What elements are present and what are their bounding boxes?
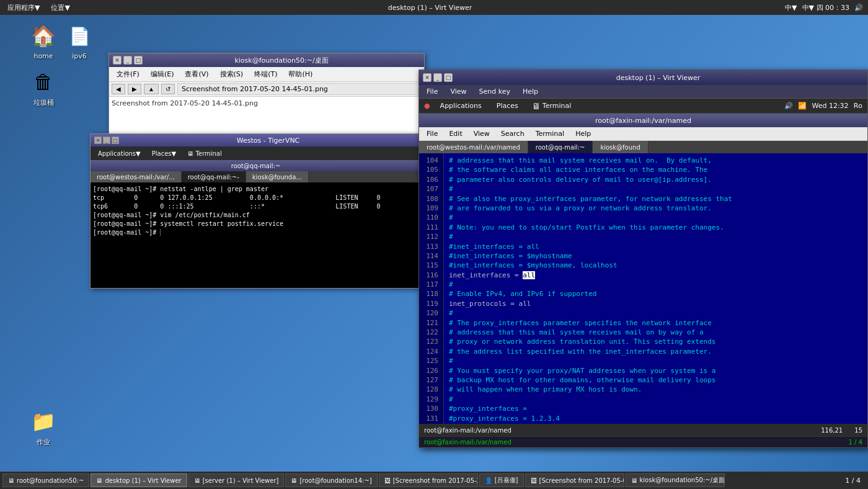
nested-tab-3[interactable]: kiosk@founda... [246, 171, 309, 182]
vnc-min-btn[interactable]: _ [103, 137, 110, 144]
terminal-icon: 🖥 [8, 477, 14, 484]
taskbar-item-desktop1[interactable]: 🖥 desktop (1) – Virt Viewer [91, 473, 187, 487]
fm-back-btn[interactable]: ◀ [112, 84, 125, 94]
vnc-controls: ✕ _ □ [94, 137, 119, 144]
fm-nav-path: Screenshot from 2017-05-20 14-45-01.png [177, 83, 422, 95]
virt-close-btn[interactable]: ✕ [423, 73, 432, 82]
fm-menu-edit[interactable]: 编辑(E) [146, 68, 179, 80]
virt-viewer-titlebar[interactable]: ✕ _ □ desktop (1) – Virt Viewer [419, 70, 867, 85]
term-menu-help[interactable]: Help [570, 128, 596, 139]
code-line-numbers: 104 105 106 107 108 109 110 111 112 113 … [419, 153, 444, 424]
fm-menu-search[interactable]: 搜索(S) [215, 68, 249, 80]
taskbar-item-screenshot2[interactable]: 🖼 [Screenshot from 2017-05-07 … [525, 473, 624, 487]
fm-menu-file[interactable]: 文件(F) [112, 68, 144, 80]
vnc-titlebar[interactable]: ✕ _ □ Westos - TigerVNC [91, 134, 421, 146]
fm-close-btn[interactable]: ✕ [113, 56, 122, 65]
taskbar-right: 中▼ 中▼ 四 00：33 🔊 [785, 3, 868, 12]
status-position: 116,21 15 [821, 427, 862, 434]
virt-min-btn[interactable]: _ [433, 73, 442, 82]
file-manager-titlebar[interactable]: ✕ _ □ kiosk@foundation50:~/桌面 [109, 53, 424, 67]
term-menu-search[interactable]: Search [496, 128, 529, 139]
vnc-places-menu[interactable]: Places▼ [148, 150, 180, 158]
nested-tab-2[interactable]: root@qq-mail:~- [182, 171, 246, 182]
virt-menu-help[interactable]: Help [518, 86, 543, 97]
virt-max-btn[interactable]: □ [444, 73, 453, 82]
inner-apps-icon: ● [424, 102, 430, 110]
terminal-line-7: [root@qq-mail ~]# systemctl restart post… [93, 220, 418, 228]
inner-places-menu[interactable]: Places [492, 101, 523, 111]
inner-vim-titlebar: root@faxin-mail:/var/named [419, 114, 867, 127]
terminal-line-2: tcp 0 0 127.0.0.1:25 0.0.0.0:* LISTEN 0 [93, 194, 418, 202]
terminal-app-icon: 🖥 [532, 101, 541, 111]
term-menu-view[interactable]: View [469, 128, 495, 139]
virt-viewer-menubar: File View Send key Help [419, 85, 867, 99]
fm-refresh-btn[interactable]: ↺ [161, 84, 175, 94]
virt-menu-file[interactable]: File [422, 86, 443, 97]
terminal-line-8: [root@qq-mail ~]# █ [93, 228, 418, 237]
vim-tab-3[interactable]: kiosk@found [593, 141, 648, 153]
image-icon: 🖼 [384, 477, 391, 484]
vnc-apps-menu[interactable]: Applications▼ [94, 150, 144, 158]
inner-apps-menu[interactable]: Applications [435, 101, 487, 111]
fm-forward-btn[interactable]: ▶ [128, 84, 141, 94]
home-icon: 🏠 [29, 21, 58, 51]
top-taskbar: 应用程序▼ 位置▼ desktop (1) – Virt Viewer 中▼ 中… [0, 0, 868, 15]
taskbar-item-root[interactable]: 🖥 root@foundation50:~ [2, 473, 89, 487]
fm-menu-view[interactable]: 查看(V) [180, 68, 213, 80]
desktop-icon-ipv6[interactable]: 📄 ipv6 [60, 21, 99, 60]
taskbar-item-root-label: root@foundation50:~ [17, 477, 84, 484]
file-manager-menubar: 文件(F) 编辑(E) 查看(V) 搜索(S) 终端(T) 帮助(H) [109, 67, 424, 82]
inner-speaker-icon: 🔊 [784, 102, 793, 110]
taskbar-item-user[interactable]: 👤 [吕嘉傲] [479, 473, 524, 487]
taskbar-item-kiosk[interactable]: 🖥 kiosk@foundation50:~/桌面 [626, 473, 725, 487]
term-menu-terminal[interactable]: Terminal [531, 128, 570, 139]
fm-menu-terminal[interactable]: 终端(T) [249, 68, 282, 80]
bottom-taskbar: 🖥 root@foundation50:~ 🖥 desktop (1) – Vi… [0, 472, 868, 489]
terminal-icon-2: 🖥 [291, 477, 297, 484]
taskbar-item-root14[interactable]: 🖥 [root@foundation14:~] [285, 473, 377, 487]
desktop-icon-work[interactable]: 📁 作业 [24, 406, 63, 447]
desktop-icon-home[interactable]: 🏠 home [24, 21, 63, 60]
fm-minimize-btn[interactable]: _ [123, 56, 132, 65]
vim-tab-2[interactable]: root@qq-mail:~ [528, 141, 593, 153]
desktop-icon-trash[interactable]: 🗑 垃圾桶 [24, 67, 63, 107]
taskbar-item-screenshot1[interactable]: 🖼 [Screenshot from 2017-05-20 1… [379, 473, 478, 487]
vnc-window: ✕ _ □ Westos - TigerVNC Applications▼ Pl… [90, 133, 422, 289]
term-menu-file[interactable]: File [422, 128, 443, 139]
vnc-close-btn[interactable]: ✕ [94, 137, 102, 144]
taskbar-item-kiosk-label: kiosk@foundation50:~/桌面 [640, 476, 725, 485]
terminal-line-6: [root@qq-mail ~]# vim /etc/postfix/main.… [93, 211, 418, 220]
speaker-icon[interactable]: 🔊 [854, 4, 863, 12]
taskbar-item-server1[interactable]: 🖥 [server (1) – Virt Viewer] [188, 473, 285, 487]
display-icon-2: 🖥 [194, 477, 200, 484]
fm-menu-help[interactable]: 帮助(H) [283, 68, 317, 80]
work-icon: 📁 [29, 406, 58, 436]
vnc-terminal-item[interactable]: 🖥 Terminal [184, 150, 225, 158]
terminal-line-4: tcp6 0 0 :::1:25 :::* LISTEN 0 [93, 202, 418, 211]
inner-terminal-icon-wrapper[interactable]: 🖥 Terminal [528, 101, 575, 112]
taskbar-item-server1-label: [server (1) – Virt Viewer] [203, 477, 279, 484]
fm-maximize-btn[interactable]: □ [134, 56, 143, 65]
virt-menu-sendkey[interactable]: Send key [474, 86, 515, 97]
vim-tab-1[interactable]: root@westos-mail:/var/named [419, 141, 528, 153]
taskbar-item-desktop1-label: desktop (1) – Virt Viewer [105, 477, 181, 484]
fm-toolbar: ◀ ▶ ▲ ↺ Screenshot from 2017-05-20 14-45… [109, 82, 424, 97]
term-menu-edit[interactable]: Edit [444, 128, 467, 139]
fm-up-btn[interactable]: ▲ [144, 84, 159, 94]
vim-status-indicator: root@faxin-mail:/var/named [424, 439, 512, 446]
vim-bottom-status: root@faxin-mail:/var/named 1 / 4 [419, 436, 867, 447]
trash-icon: 🗑 [29, 67, 58, 97]
nested-tab-bar: root@westos-mail:/var/... root@qq-mail:~… [91, 171, 421, 182]
inner-gnome-bar: ● Applications Places 🖥 Terminal 🔊 📶 Wed… [419, 99, 867, 114]
apps-menu[interactable]: 应用程序▼ [2, 2, 45, 14]
inner-vim-title: root@faxin-mail:/var/named [424, 117, 862, 125]
trash-label: 垃圾桶 [33, 98, 54, 107]
taskbar-item-root14-label: [root@foundation14:~] [299, 477, 371, 484]
nested-tab-1[interactable]: root@westos-mail:/var/... [91, 171, 182, 182]
work-label: 作业 [37, 437, 50, 447]
virt-menu-view[interactable]: View [445, 86, 471, 97]
places-menu[interactable]: 位置▼ [46, 2, 74, 14]
vnc-max-btn[interactable]: □ [112, 137, 119, 144]
inner-user: Rо [854, 102, 862, 110]
virt-viewer-controls: ✕ _ □ [423, 73, 453, 82]
